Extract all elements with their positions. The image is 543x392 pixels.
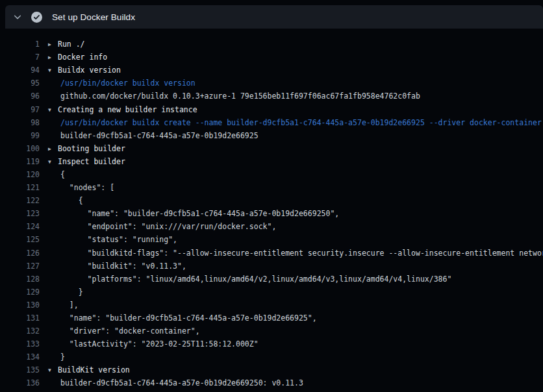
line-number[interactable]: 97 [5, 105, 40, 114]
log-line: 120{ [5, 168, 543, 181]
line-number[interactable]: 121 [5, 183, 40, 192]
log-group-toggle[interactable]: ▼Inspect builder [40, 157, 125, 166]
log-output-text: } [40, 288, 83, 297]
log-command-text: /usr/bin/docker buildx version [40, 79, 196, 88]
log-group-title: Creating a new builder instance [58, 105, 197, 114]
line-number[interactable]: 1 [5, 40, 40, 49]
line-number[interactable]: 94 [5, 66, 40, 75]
log-output-text: ], [40, 300, 79, 310]
triangle-down-icon[interactable]: ▼ [48, 107, 58, 113]
line-number[interactable]: 125 [5, 235, 40, 244]
line-number[interactable]: 7 [5, 53, 40, 62]
log-line: 99builder-d9cfb5a1-c764-445a-a57e-0b19d2… [5, 129, 543, 142]
log-output-text: builder-d9cfb5a1-c764-445a-a57e-0b19d2e6… [40, 131, 259, 140]
log-line: 132 "driver": "docker-container", [5, 325, 543, 337]
log-line: 96github.com/docker/buildx 0.10.3+azure-… [5, 90, 543, 103]
log-output-text: "driver": "docker-container", [40, 326, 200, 336]
log-line: 100▶Booting builder [5, 142, 543, 155]
line-number[interactable]: 124 [5, 222, 40, 231]
line-number[interactable]: 131 [5, 313, 40, 323]
log-line: 127 "buildkit": "v0.11.3", [5, 260, 543, 273]
line-number[interactable]: 136 [5, 378, 40, 387]
log-line: 126 "buildkitd-flags": "--allow-insecure… [5, 247, 543, 260]
log-output-text: { [40, 196, 83, 205]
line-number[interactable]: 98 [5, 118, 40, 127]
log-group-toggle[interactable]: ▶Booting builder [40, 144, 125, 153]
chevron-down-icon[interactable] [13, 12, 22, 21]
line-number[interactable]: 120 [5, 170, 40, 179]
log-group-title: Buildx version [58, 66, 121, 75]
log-output-text: "name": "builder-d9cfb5a1-c764-445a-a57e… [40, 313, 317, 323]
check-circle-icon [31, 12, 42, 23]
log-line: 130 ], [5, 299, 543, 312]
log-line: 121 "nodes": [ [5, 181, 543, 194]
log-body: 1▶Run ./7▶Docker info94▼Buildx version95… [5, 29, 543, 390]
step-header[interactable]: Set up Docker Buildx [5, 5, 543, 29]
log-output-text: "status": "running", [40, 235, 177, 244]
triangle-down-icon[interactable]: ▼ [48, 159, 58, 165]
log-line: 94▼Buildx version [5, 64, 543, 77]
log-output-text: "name": "builder-d9cfb5a1-c764-445a-a57e… [40, 209, 339, 218]
log-output-text: "buildkitd-flags": "--allow-insecure-ent… [40, 249, 543, 258]
log-output-text: "endpoint": "unix:///var/run/docker.sock… [40, 222, 276, 231]
line-number[interactable]: 99 [5, 131, 40, 140]
log-line: 133 "lastActivity": "2023-02-25T11:58:12… [5, 337, 543, 350]
log-line: 136builder-d9cfb5a1-c764-445a-a57e-0b19d… [5, 376, 543, 389]
log-line: 134} [5, 350, 543, 363]
log-line: 7▶Docker info [5, 51, 543, 64]
log-group-toggle[interactable]: ▶Docker info [40, 53, 107, 62]
line-number[interactable]: 122 [5, 196, 40, 205]
log-line: 128 "platforms": "linux/amd64,linux/amd6… [5, 273, 543, 286]
log-output-text: "buildkit": "v0.11.3", [40, 262, 186, 271]
triangle-down-icon[interactable]: ▼ [48, 67, 58, 73]
log-line: 123 "name": "builder-d9cfb5a1-c764-445a-… [5, 207, 543, 220]
step-log-panel: Set up Docker Buildx 1▶Run ./7▶Docker in… [5, 5, 543, 392]
log-line: 124 "endpoint": "unix:///var/run/docker.… [5, 220, 543, 233]
line-number[interactable]: 135 [5, 365, 40, 374]
line-number[interactable]: 126 [5, 249, 40, 258]
log-output-text: github.com/docker/buildx 0.10.3+azure-1 … [40, 92, 420, 101]
log-line: 119▼Inspect builder [5, 155, 543, 168]
line-number[interactable]: 127 [5, 262, 40, 271]
line-number[interactable]: 130 [5, 300, 40, 310]
line-number[interactable]: 133 [5, 339, 40, 349]
log-line: 131 "name": "builder-d9cfb5a1-c764-445a-… [5, 312, 543, 325]
line-number[interactable]: 96 [5, 92, 40, 101]
line-number[interactable]: 129 [5, 288, 40, 297]
line-number[interactable]: 100 [5, 144, 40, 153]
log-group-title: Docker info [58, 53, 107, 62]
step-title: Set up Docker Buildx [52, 12, 135, 22]
log-group-toggle[interactable]: ▼BuildKit version [40, 365, 130, 374]
line-number[interactable]: 128 [5, 275, 40, 284]
log-group-title: Run ./ [58, 40, 85, 49]
log-line: 125 "status": "running", [5, 233, 543, 246]
log-output-text: "nodes": [ [40, 183, 114, 192]
line-number[interactable]: 132 [5, 326, 40, 336]
log-output-text: } [40, 352, 65, 361]
log-group-toggle[interactable]: ▶Run ./ [40, 40, 85, 49]
log-line: 97▼Creating a new builder instance [5, 103, 543, 116]
log-line: 95/usr/bin/docker buildx version [5, 77, 543, 90]
log-group-title: BuildKit version [58, 365, 130, 374]
log-line: 1▶Run ./ [5, 38, 543, 51]
triangle-right-icon[interactable]: ▶ [48, 55, 58, 60]
log-command-text: /usr/bin/docker buildx create --name bui… [40, 118, 542, 127]
log-group-title: Inspect builder [58, 157, 125, 166]
triangle-right-icon[interactable]: ▶ [48, 42, 58, 47]
log-output-text: { [40, 170, 65, 179]
log-line: 129 } [5, 286, 543, 299]
triangle-right-icon[interactable]: ▶ [48, 146, 58, 152]
log-output-text: builder-d9cfb5a1-c764-445a-a57e-0b19d2e6… [40, 378, 303, 387]
line-number[interactable]: 119 [5, 157, 40, 166]
line-number[interactable]: 123 [5, 209, 40, 218]
log-group-title: Booting builder [58, 144, 125, 153]
log-line: 98/usr/bin/docker buildx create --name b… [5, 116, 543, 129]
log-group-toggle[interactable]: ▼Buildx version [40, 66, 121, 75]
log-group-toggle[interactable]: ▼Creating a new builder instance [40, 105, 197, 114]
log-line: 135▼BuildKit version [5, 363, 543, 376]
line-number[interactable]: 134 [5, 352, 40, 361]
line-number[interactable]: 95 [5, 79, 40, 88]
triangle-down-icon[interactable]: ▼ [48, 367, 58, 373]
log-line: 122 { [5, 194, 543, 207]
log-output-text: "lastActivity": "2023-02-25T11:58:12.000… [40, 339, 259, 349]
